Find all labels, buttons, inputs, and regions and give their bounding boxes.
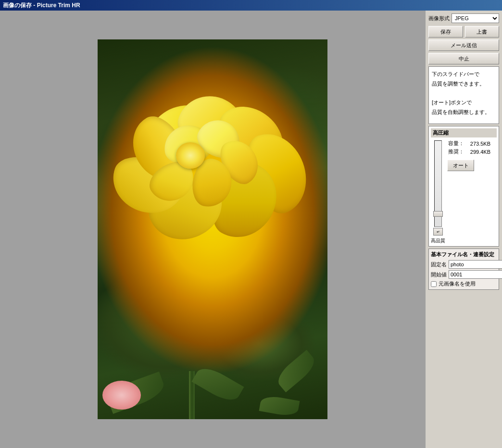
slider-thumb[interactable] xyxy=(433,211,443,217)
compression-box: 高圧縮 ↵ 容量： 273.5KB xyxy=(428,126,499,247)
fixed-name-row: 固定名 xyxy=(431,260,497,269)
checkbox-label: 元画像名を使用 xyxy=(439,280,476,287)
rose-center xyxy=(176,142,205,169)
compression-title: 高圧縮 xyxy=(431,128,497,137)
info-box: 下のスライドバーで 品質を調整できます。 [オート]ボタンで 品質を自動調整しま… xyxy=(428,66,499,124)
fixed-name-label: 固定名 xyxy=(431,261,447,268)
overwrite-button[interactable]: 上書 xyxy=(465,26,500,37)
quality-label: 高品質 xyxy=(431,237,497,244)
compression-inner: ↵ 容量： 273.5KB 推奨： 299.4KB オート xyxy=(431,139,497,236)
title-text: 画像の保存 - Picture Trim HR xyxy=(3,1,80,10)
capacity-label: 容量： xyxy=(447,139,469,148)
recommended-value: 299.4KB xyxy=(469,148,497,156)
filename-title: 基本ファイル名・連番設定 xyxy=(431,251,497,258)
slider-arrow-down[interactable]: ↵ xyxy=(433,228,443,236)
title-bar: 画像の保存 - Picture Trim HR xyxy=(0,0,502,11)
use-original-name-checkbox[interactable] xyxy=(431,281,437,287)
image-area xyxy=(0,11,425,448)
info-line-2: 品質を調整できます。 xyxy=(432,79,496,89)
cancel-button[interactable]: 中止 xyxy=(428,53,499,64)
info-line-3 xyxy=(432,89,496,99)
start-value-label: 開始値 xyxy=(431,271,447,278)
format-label: 画像形式 xyxy=(428,15,450,22)
capacity-value: 273.5KB xyxy=(469,139,497,148)
right-panel: 画像形式 JPEG PNG BMP TIFF 保存 上書 メール送信 中止 下の… xyxy=(425,11,502,448)
format-select[interactable]: JPEG PNG BMP TIFF xyxy=(452,13,499,23)
rose-image xyxy=(98,39,327,419)
info-line-5: 品質を自動調整します。 xyxy=(432,108,496,117)
auto-button[interactable]: オート xyxy=(447,160,474,171)
start-value-row: 開始値 xyxy=(431,270,497,279)
recommended-label: 推奨： xyxy=(447,148,469,156)
info-line-4: [オート]ボタンで xyxy=(432,98,496,108)
start-value-input[interactable] xyxy=(449,270,502,279)
quality-slider-container: ↵ xyxy=(431,139,445,236)
email-button[interactable]: メール送信 xyxy=(428,39,499,51)
format-row: 画像形式 JPEG PNG BMP TIFF xyxy=(428,13,499,23)
save-button[interactable]: 保存 xyxy=(428,26,463,37)
info-line-1: 下のスライドバーで xyxy=(432,70,496,79)
slider-track[interactable] xyxy=(434,140,442,227)
fixed-name-input[interactable] xyxy=(449,260,502,269)
main-container: 画像形式 JPEG PNG BMP TIFF 保存 上書 メール送信 中止 下の… xyxy=(0,11,502,448)
filename-box: 基本ファイル名・連番設定 固定名 開始値 元画像名を使用 xyxy=(428,249,499,290)
pink-bloom xyxy=(102,381,141,410)
checkbox-row: 元画像名を使用 xyxy=(431,280,497,287)
compression-info: 容量： 273.5KB 推奨： 299.4KB オート xyxy=(447,139,497,236)
rose-petals xyxy=(121,97,304,344)
